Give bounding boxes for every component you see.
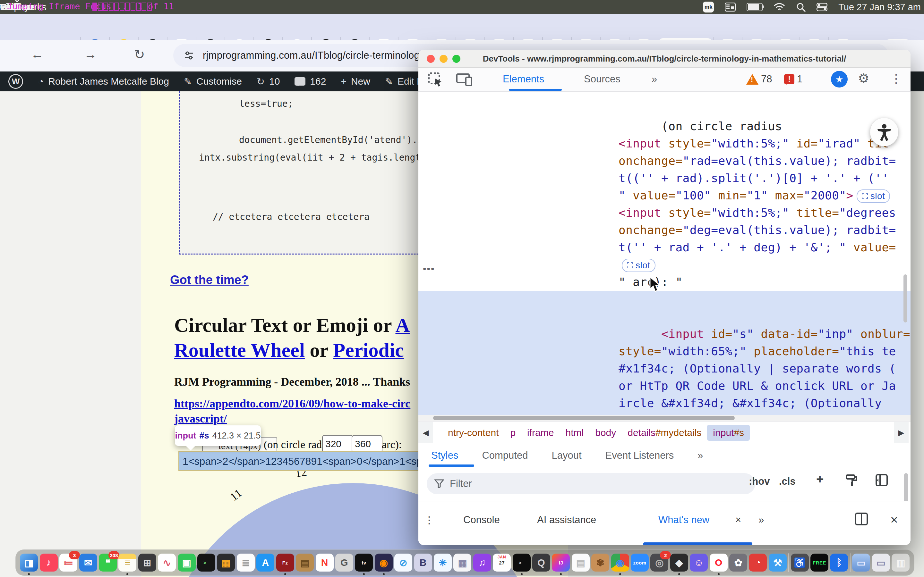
dock-app-icon[interactable]: zoom — [631, 554, 649, 572]
breadcrumb-item[interactable]: iframe — [521, 425, 559, 441]
devtools-settings-icon[interactable]: ⚙ — [858, 71, 869, 85]
styles-pane-tab[interactable]: Styles — [431, 450, 458, 461]
dock-app-icon[interactable]: N — [316, 554, 334, 572]
arc-input[interactable]: 360 — [352, 435, 383, 453]
elements-vertical-scrollbar[interactable] — [903, 274, 907, 322]
drawer-tab-whats-new[interactable]: What's new — [658, 514, 709, 526]
dock-app-icon[interactable]: ▭ — [852, 554, 870, 572]
dock-app-icon[interactable]: ♿ — [791, 554, 809, 572]
dock-app-icon[interactable]: >_ — [197, 554, 215, 572]
dock-app-icon[interactable]: ✉ — [79, 554, 97, 572]
errors-badge[interactable]: !1 — [784, 73, 803, 85]
control-center-icon[interactable] — [817, 3, 827, 11]
inspect-element-icon[interactable] — [428, 72, 443, 88]
accessibility-indicator-icon[interactable] — [870, 118, 898, 146]
breadcrumb-item[interactable]: html — [559, 425, 590, 441]
drawer-tab-ai-assistance[interactable]: AI assistance — [537, 514, 596, 526]
dashboard-gauge-icon[interactable]: ◔ — [38, 76, 44, 87]
dock-app-icon[interactable]: >_ — [513, 554, 531, 572]
dock-app-icon[interactable]: ♫ — [473, 554, 491, 572]
dock-app-icon[interactable]: ◔ — [749, 554, 767, 572]
styles-pane-tab[interactable]: Computed — [482, 450, 528, 461]
dock-app-icon[interactable]: FREE — [811, 554, 829, 572]
dock-app-icon[interactable]: ▤ — [572, 554, 590, 572]
dock-app-icon[interactable]: ◎ 2 — [650, 554, 668, 572]
dock-app-icon[interactable] — [788, 553, 789, 572]
dock-app-icon[interactable]: ᛒ — [830, 554, 848, 572]
dock-app-icon[interactable]: ◆ — [670, 554, 688, 572]
heading-link-periodic[interactable]: Periodic — [333, 339, 404, 361]
wp-updates-count[interactable]: 10 — [269, 76, 280, 87]
menubar-clock[interactable]: Tue 27 Jan 9:37 am — [838, 2, 921, 13]
wordpress-logo-icon[interactable]: W — [8, 74, 23, 89]
dock-app-icon[interactable]: JAN 27 — [493, 554, 511, 572]
site-settings-icon[interactable] — [184, 50, 194, 61]
dock-app-icon[interactable]: ☺ — [690, 554, 708, 572]
dock-app-icon[interactable]: ▭ — [872, 554, 890, 572]
dock-app-icon[interactable]: ✿ — [729, 554, 747, 572]
warnings-badge[interactable]: 78 — [746, 73, 772, 85]
device-toolbar-icon[interactable] — [456, 72, 473, 88]
dock-app-icon[interactable]: Fz — [276, 554, 294, 572]
wp-customise-link[interactable]: Customise — [196, 76, 242, 87]
dock-app-icon[interactable]: ≡ — [118, 554, 136, 572]
window-manager-icon[interactable] — [725, 3, 736, 11]
toggle-class-button[interactable]: .cls — [779, 476, 796, 487]
selected-element[interactable]: <input id="s" data-id="inp" onblur="pla … — [418, 291, 911, 415]
dock-app-icon[interactable]: ⚒ — [769, 554, 787, 572]
dock-app-icon[interactable]: IJ — [552, 554, 570, 572]
radius-input[interactable]: 320 — [322, 435, 353, 453]
styles-filter-input[interactable]: Filter — [427, 473, 755, 494]
dock-app-icon[interactable]: ❝ 208 — [99, 554, 117, 572]
devtools-minimize-button[interactable] — [439, 55, 447, 63]
elements-horizontal-scrollbar[interactable] — [418, 415, 911, 421]
battery-icon[interactable] — [746, 3, 762, 11]
devtools-close-button[interactable] — [427, 55, 435, 63]
styles-pane-tab[interactable]: » — [698, 450, 703, 461]
breadcrumb-item[interactable]: ntry-content — [442, 425, 504, 441]
breadcrumb-item[interactable]: p — [504, 425, 521, 441]
dock-app-icon[interactable]: O — [710, 554, 728, 572]
dock-app-icon[interactable]: ◉ — [611, 554, 629, 572]
dock-app-icon[interactable]: ⊞ — [138, 554, 156, 572]
dock-app-icon[interactable]: ▦ — [453, 554, 471, 572]
toggle-hover-state-button[interactable]: :hov — [749, 476, 770, 487]
dock-app-icon[interactable]: B — [414, 554, 432, 572]
styles-pane-tab[interactable]: Event Listeners — [606, 450, 674, 461]
dock-app-icon[interactable]: ◨ — [20, 554, 38, 572]
dock-app-icon[interactable]: ✳ — [434, 554, 452, 572]
appendto-link-line2[interactable]: javascript/ — [174, 412, 227, 425]
dock-app-icon[interactable]: ◉ — [375, 554, 393, 572]
back-button[interactable]: ← — [31, 47, 44, 61]
breadcrumb-item[interactable]: input#s — [707, 425, 750, 441]
menubar-app-icon[interactable]: mk — [703, 2, 714, 13]
dock-app-icon[interactable]: ▤ — [296, 554, 314, 572]
styles-pane-tab[interactable]: Layout — [551, 450, 582, 461]
breadcrumb-item[interactable]: details#mydetails — [622, 425, 707, 441]
dock-app-icon[interactable]: ▥ — [892, 554, 909, 572]
drawer-split-panel-icon[interactable] — [855, 512, 868, 528]
dock-app-icon[interactable]: ♪ — [40, 554, 58, 572]
wp-new-link[interactable]: New — [351, 76, 370, 87]
reload-button[interactable]: ↻ — [134, 47, 145, 62]
drawer-close-button[interactable]: ✕ — [890, 514, 898, 526]
drawer-more-tabs[interactable]: » — [758, 514, 764, 526]
drawer-tab-console[interactable]: Console — [463, 514, 500, 526]
dock-app-icon[interactable]: ▣ — [178, 554, 196, 572]
elements-panel[interactable]: (on circle radius <input style="width:5%… — [418, 92, 911, 415]
drawer-menu-icon[interactable]: ⋮ — [424, 514, 434, 526]
dock-app-icon[interactable] — [850, 553, 851, 572]
close-whats-new-tab[interactable]: × — [735, 514, 741, 526]
heading-link-roulette[interactable]: Roulette Wheel — [174, 339, 305, 361]
heading-link-a[interactable]: A — [395, 314, 410, 336]
dock-app-icon[interactable]: ≔ 3 — [59, 554, 78, 572]
dock-app-icon[interactable]: A — [256, 554, 274, 572]
devtools-zoom-button[interactable] — [452, 55, 460, 63]
dock-app-icon[interactable]: tv — [355, 554, 373, 572]
wp-comments-count[interactable]: 162 — [310, 76, 326, 87]
dock-app-icon[interactable]: ∿ — [158, 554, 176, 572]
element-more-actions[interactable]: ••• — [423, 263, 435, 274]
dock-app-icon[interactable]: ▦ — [217, 554, 235, 572]
devtools-ai-icon[interactable]: ★ — [831, 71, 848, 87]
forward-button[interactable]: → — [84, 47, 97, 61]
